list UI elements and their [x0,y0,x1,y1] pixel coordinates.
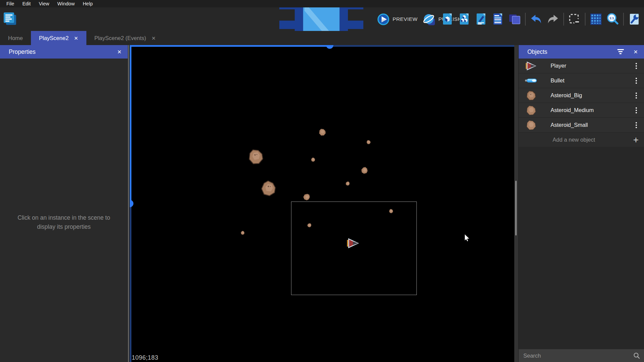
add-object-row[interactable]: Add a new object [519,133,644,147]
toolbar-divider [525,13,526,26]
menu-item[interactable]: Edit [18,0,35,7]
horizontal-scroll-handle[interactable] [326,45,333,49]
cursor-coordinates: 1096;183 [132,354,158,361]
tab[interactable]: Home [0,31,31,45]
menu-item[interactable]: View [35,0,53,7]
canvas-vertical-scrollbar-thumb[interactable] [515,181,517,236]
object-thumbnail-icon [525,90,537,101]
preview-play-icon [377,13,390,26]
menu-bar: File Edit View Window Help [0,0,644,7]
objects-panel-filler [519,147,644,349]
object-thumbnail-icon [525,105,537,116]
properties-placeholder-text: Click on an instance in the scene to dis… [10,213,118,231]
clear-selection-icon[interactable] [568,13,581,26]
object-row[interactable]: Asteroid_Medium [519,103,644,118]
vertical-scroll-line[interactable] [130,45,131,204]
scene-settings-icon[interactable] [628,13,641,26]
tab-close-icon[interactable] [152,36,156,41]
properties-title: Properties [9,48,36,56]
menu-item[interactable]: File [2,0,18,7]
object-thumbnail-icon [525,120,537,131]
instance-asteroid-medium[interactable] [302,192,311,202]
tab-label: PlayScene2 (Events) [94,35,146,41]
object-name: Bullet [551,77,564,84]
layers-icon[interactable] [508,13,521,26]
toolbar-center: PREVIEW PUBLISH [271,7,461,31]
filter-icon[interactable] [617,49,624,55]
toolbar-divider [623,13,624,26]
object-row[interactable]: Asteroid_Big [519,88,644,103]
horizontal-scroll-line[interactable] [130,45,330,47]
instances-list-icon[interactable] [491,13,504,26]
kebab-menu-icon[interactable] [634,62,639,70]
instance-player-ship[interactable] [346,238,360,249]
svg-text:1:1: 1:1 [609,16,614,20]
scene-canvas[interactable]: 1096;183 [130,45,514,362]
instance-asteroid-small[interactable] [345,180,351,186]
gdevelop-logo[interactable] [3,11,17,26]
object-row[interactable]: Asteroid_Small [519,118,644,133]
menu-item[interactable]: Help [79,0,97,7]
tab-close-icon[interactable] [74,36,78,41]
search-icon [633,352,640,359]
mouse-cursor-icon [464,234,470,242]
instance-asteroid-medium[interactable] [359,165,369,175]
objects-title: Objects [527,48,547,56]
objects-editor-icon[interactable] [441,13,454,26]
objects-list: Player Bullet Asteroid_Big As [519,59,644,133]
close-icon[interactable] [117,45,122,59]
horizontal-scroll-line-rest[interactable] [330,45,514,47]
instance-asteroid-medium[interactable] [319,129,326,136]
vertical-scroll-line-rest[interactable] [130,204,131,362]
kebab-menu-icon[interactable] [634,92,639,99]
plus-icon[interactable] [633,135,639,145]
vertical-scroll-handle[interactable] [130,200,133,207]
add-object-label: Add a new object [553,137,595,143]
object-thumbnail-icon [525,61,537,71]
kebab-menu-icon[interactable] [634,107,639,114]
object-row[interactable]: Bullet [519,73,644,88]
instance-asteroid-small[interactable] [366,140,371,144]
instance-asteroid-small[interactable] [388,208,393,213]
properties-body: Click on an instance in the scene to dis… [0,59,128,362]
properties-panel: Properties Click on an instance in the s… [0,45,128,362]
zoom-1to1-icon[interactable]: 1:1 [606,13,619,26]
kebab-menu-icon[interactable] [634,121,639,129]
grid-icon[interactable] [590,13,602,26]
toolbar-divider [563,13,564,26]
instance-asteroid-small[interactable] [310,157,316,162]
tab-bar: Home PlayScene2 PlayScene2 (Events) [0,31,644,45]
instance-asteroid-small[interactable] [240,230,245,236]
toolbar-divider [585,13,586,26]
tab-label: PlayScene2 [39,35,69,41]
undo-icon[interactable] [530,13,542,26]
object-name: Asteroid_Small [551,122,588,128]
object-row[interactable]: Player [519,59,644,73]
toolbar: PREVIEW PUBLISH [0,7,644,31]
objects-search-input[interactable] [519,353,644,359]
objects-header: Objects [519,45,644,59]
object-name: Player [551,63,566,69]
menu-item[interactable]: Window [53,0,79,7]
tab[interactable]: PlayScene2 [31,31,86,45]
redo-icon[interactable] [547,13,559,26]
preview-label: PREVIEW [393,16,417,22]
objects-panel: Objects Player Bullet [518,45,644,362]
right-splitter-strip[interactable] [514,45,518,362]
object-thumbnail-icon [525,75,537,86]
close-icon[interactable] [634,45,638,59]
object-name: Asteroid_Big [551,92,582,99]
objects-search-bar [519,349,644,362]
scene-edit-icon[interactable] [475,13,487,26]
preview-button[interactable]: PREVIEW [377,13,417,26]
instance-asteroid-big[interactable] [248,149,264,165]
object-groups-icon[interactable] [458,13,471,26]
publish-icon [423,13,435,26]
tab[interactable]: PlayScene2 (Events) [86,31,164,45]
kebab-menu-icon[interactable] [634,77,639,84]
main-area: Properties Click on an instance in the s… [0,45,644,362]
object-name: Asteroid_Medium [551,107,594,113]
instance-asteroid-big[interactable] [259,179,278,198]
properties-header: Properties [0,45,128,59]
toolbar-right: 1:1 [441,7,641,31]
